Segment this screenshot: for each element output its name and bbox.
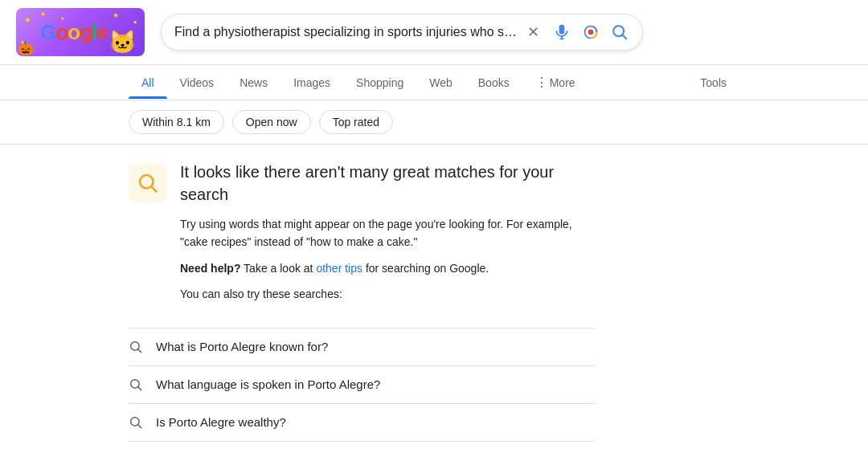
- related-search-item-1[interactable]: What is Porto Alegre known for?: [129, 328, 595, 366]
- svg-point-9: [588, 30, 594, 35]
- need-help-suffix-text: for searching on Google.: [366, 262, 489, 275]
- tools-tab[interactable]: Tools: [687, 67, 739, 99]
- tab-videos[interactable]: Videos: [167, 67, 227, 99]
- related-search-icon-1: [129, 340, 143, 354]
- no-results-heading: It looks like there aren't many great ma…: [180, 161, 595, 206]
- related-search-icon-2: [129, 377, 143, 392]
- voice-search-button[interactable]: [552, 22, 571, 42]
- tab-shopping[interactable]: Shopping: [343, 67, 416, 99]
- svg-line-11: [622, 35, 626, 39]
- tab-images[interactable]: Images: [280, 67, 343, 99]
- svg-text:🎃: 🎃: [18, 41, 34, 56]
- svg-line-15: [138, 349, 141, 352]
- search-icons: ✕: [523, 22, 629, 42]
- lens-button[interactable]: [581, 22, 600, 42]
- svg-text:★: ★: [24, 15, 31, 24]
- header: ★ ★ ★ ★ ★ ★ 🐱 🎃 Googgle Find a physiothe…: [0, 0, 868, 65]
- related-search-text-1: What is Porto Alegre known for?: [156, 340, 328, 353]
- related-search-text-2: What language is spoken in Porto Alegre?: [156, 377, 380, 391]
- related-search-text-3: Is Porto Alegre wealthy?: [156, 415, 286, 429]
- svg-line-13: [151, 186, 156, 191]
- filter-chip-top-rated[interactable]: Top rated: [319, 110, 393, 134]
- filter-chips: Within 8.1 km Open now Top rated: [0, 100, 868, 145]
- no-results-body: Try using words that might appear on the…: [180, 215, 595, 251]
- logo-background: ★ ★ ★ ★ ★ ★ 🐱 🎃 Googgle: [16, 8, 145, 56]
- related-search-item-3[interactable]: Is Porto Alegre wealthy?: [129, 404, 595, 442]
- tab-web[interactable]: Web: [416, 67, 465, 99]
- google-logo-text[interactable]: Googgle: [40, 20, 108, 45]
- no-results-text: It looks like there aren't many great ma…: [180, 161, 595, 312]
- also-try-text: You can also try these searches:: [180, 285, 595, 303]
- svg-text:★: ★: [113, 11, 119, 19]
- no-results-icon-box: [129, 164, 167, 202]
- no-results-search-icon: [137, 172, 159, 194]
- logo-area: ★ ★ ★ ★ ★ ★ 🐱 🎃 Googgle: [16, 8, 145, 56]
- search-icon: [611, 23, 628, 41]
- search-bar: Find a physiotherapist specializing in s…: [161, 14, 643, 51]
- clear-button[interactable]: ✕: [523, 22, 542, 42]
- need-help-text: Need help? Take a look at other tips for…: [180, 259, 595, 277]
- more-dots-icon: ⋮: [535, 75, 548, 90]
- search-button[interactable]: [610, 22, 629, 42]
- svg-line-17: [138, 386, 141, 390]
- filter-chip-distance[interactable]: Within 8.1 km: [129, 110, 224, 134]
- search-bar-container: Find a physiotherapist specializing in s…: [161, 14, 643, 51]
- need-help-bold: Need help?: [180, 262, 240, 275]
- svg-line-19: [138, 424, 141, 427]
- search-input[interactable]: Find a physiotherapist specializing in s…: [174, 25, 517, 39]
- nav-tabs: All Videos News Images Shopping Web Book…: [0, 65, 868, 100]
- related-search-item-2[interactable]: What language is spoken in Porto Alegre?: [129, 366, 595, 404]
- related-searches: What is Porto Alegre known for? What lan…: [129, 328, 595, 442]
- svg-text:🐱: 🐱: [108, 29, 137, 55]
- mic-icon: [554, 24, 570, 40]
- tab-books[interactable]: Books: [465, 67, 522, 99]
- tab-more[interactable]: ⋮ More: [522, 65, 588, 100]
- need-help-space: Take a look at: [244, 262, 316, 275]
- other-tips-link[interactable]: other tips: [316, 262, 362, 275]
- svg-text:★: ★: [40, 10, 46, 18]
- svg-text:★: ★: [133, 19, 137, 25]
- tab-all[interactable]: All: [129, 67, 167, 99]
- main-content: It looks like there aren't many great ma…: [0, 145, 723, 458]
- lens-icon: [583, 24, 599, 40]
- related-search-icon-3: [129, 415, 143, 430]
- tab-news[interactable]: News: [227, 67, 280, 99]
- no-results-box: It looks like there aren't many great ma…: [129, 161, 595, 312]
- filter-chip-open-now[interactable]: Open now: [232, 110, 311, 134]
